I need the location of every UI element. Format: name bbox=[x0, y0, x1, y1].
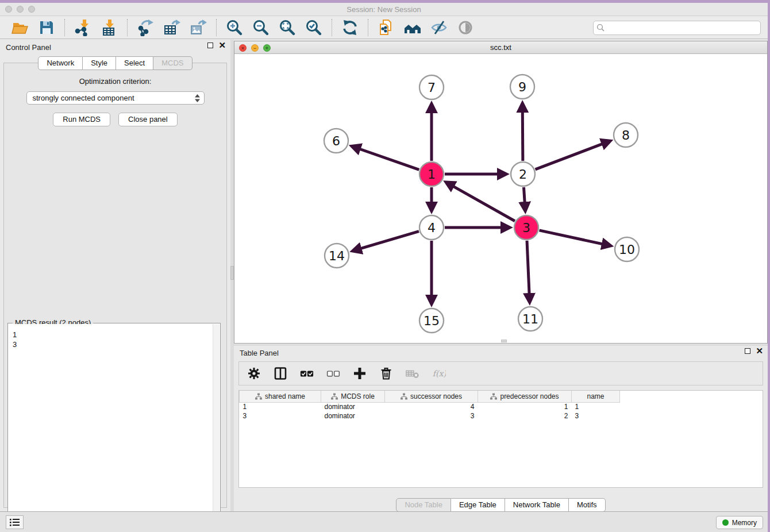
control-panel-title: Control Panel bbox=[6, 43, 51, 52]
tab-mcds[interactable]: MCDS bbox=[153, 56, 192, 70]
tab-network-table[interactable]: Network Table bbox=[505, 498, 569, 512]
col-mcds-role[interactable]: MCDS role bbox=[321, 391, 385, 402]
table-panel: Table Panel ✕ f(x) bbox=[234, 345, 768, 511]
zoom-selected-button[interactable] bbox=[304, 18, 324, 37]
memory-button[interactable]: Memory bbox=[716, 516, 763, 529]
import-table-icon bbox=[101, 19, 118, 36]
graph-node-3[interactable]: 3 bbox=[514, 215, 538, 240]
col-shared-name[interactable]: shared name bbox=[240, 391, 321, 402]
select-all-rows-button[interactable] bbox=[300, 367, 314, 380]
graph-edge-2-3[interactable] bbox=[523, 187, 525, 202]
cell-shared-name[interactable]: 1 bbox=[240, 402, 321, 411]
cell-mcds-role[interactable]: dominator bbox=[321, 402, 385, 411]
home-button[interactable] bbox=[403, 18, 422, 37]
show-graphics-details-button[interactable] bbox=[456, 18, 475, 37]
hide-graphics-details-button[interactable] bbox=[429, 18, 449, 37]
col-successor-nodes[interactable]: successor nodes bbox=[385, 391, 478, 402]
tab-style[interactable]: Style bbox=[83, 56, 116, 70]
float-table-panel-icon[interactable] bbox=[745, 348, 750, 354]
graph-edge-3-11[interactable] bbox=[527, 241, 529, 294]
import-network-button[interactable] bbox=[73, 18, 93, 37]
graph-node-11[interactable]: 11 bbox=[518, 307, 542, 331]
network-resize-handle[interactable] bbox=[501, 340, 507, 342]
search-input[interactable] bbox=[593, 21, 761, 35]
export-table-button[interactable] bbox=[162, 18, 182, 37]
delete-column-button[interactable] bbox=[379, 367, 393, 380]
optimization-criterion-label: Optimization criterion: bbox=[4, 77, 226, 86]
graph-node-4[interactable]: 4 bbox=[419, 215, 444, 240]
tab-edge-table[interactable]: Edge Table bbox=[451, 498, 505, 512]
cell-predecessor-nodes[interactable]: 2 bbox=[478, 411, 572, 421]
refresh-view-button[interactable] bbox=[340, 18, 360, 37]
save-session-button[interactable] bbox=[37, 18, 56, 37]
cell-successor-nodes[interactable]: 3 bbox=[385, 411, 478, 421]
cell-mcds-role[interactable]: dominator bbox=[321, 411, 385, 421]
toolbar-separator bbox=[368, 19, 368, 36]
export-network-button[interactable] bbox=[136, 18, 155, 37]
zoom-out-button[interactable] bbox=[251, 18, 271, 37]
deselect-all-rows-button[interactable] bbox=[326, 367, 340, 380]
close-table-panel-icon[interactable]: ✕ bbox=[756, 348, 763, 354]
graph-node-10[interactable]: 10 bbox=[615, 237, 639, 261]
network-window-titlebar[interactable]: × − + scc.txt bbox=[234, 41, 767, 54]
control-panel: Control Panel ✕ Network Style Select MCD… bbox=[0, 40, 230, 511]
mcds-panel-body: Optimization criterion: strongly connect… bbox=[3, 63, 227, 508]
mcds-result-text[interactable]: 1 3 bbox=[9, 324, 213, 532]
result-scrollbar[interactable] bbox=[213, 324, 220, 532]
tab-node-table[interactable]: Node Table bbox=[396, 498, 451, 512]
graph-node-9[interactable]: 9 bbox=[510, 75, 534, 99]
export-table-icon bbox=[163, 19, 180, 36]
graph-edge-2-9[interactable] bbox=[522, 112, 523, 161]
svg-text:10: 10 bbox=[619, 242, 635, 257]
cell-predecessor-nodes[interactable]: 1 bbox=[478, 402, 572, 411]
zoom-in-button[interactable] bbox=[225, 18, 244, 37]
graph-edge-3-1[interactable] bbox=[453, 187, 515, 221]
table-panel-header: Table Panel ✕ bbox=[234, 345, 768, 359]
mcds-result-box: MCDS result (2 nodes) 1 3 bbox=[7, 323, 221, 532]
network-canvas[interactable]: 7968124314101511 bbox=[234, 54, 767, 343]
cell-name[interactable]: 1 bbox=[572, 402, 620, 411]
clone-network-button[interactable] bbox=[376, 18, 396, 37]
graph-node-6[interactable]: 6 bbox=[324, 129, 348, 153]
export-image-button[interactable] bbox=[188, 18, 208, 37]
table-toolbar: f(x) bbox=[238, 361, 763, 385]
zoom-fit-button[interactable] bbox=[278, 18, 297, 37]
graph-node-15[interactable]: 15 bbox=[419, 309, 444, 333]
toolbar-separator bbox=[216, 19, 217, 36]
col-predecessor-nodes[interactable]: predecessor nodes bbox=[478, 391, 572, 402]
run-mcds-button[interactable]: Run MCDS bbox=[53, 113, 110, 126]
graph-node-2[interactable]: 2 bbox=[511, 162, 535, 186]
open-session-button[interactable] bbox=[10, 18, 30, 37]
col-name[interactable]: name bbox=[572, 391, 620, 402]
graph-edge-4-14[interactable] bbox=[361, 232, 419, 249]
cell-name[interactable]: 3 bbox=[572, 411, 620, 421]
tab-network[interactable]: Network bbox=[38, 56, 83, 70]
network-window-title: scc.txt bbox=[234, 43, 767, 52]
add-column-button[interactable] bbox=[353, 367, 367, 380]
task-history-button[interactable] bbox=[6, 515, 24, 529]
close-panel-icon[interactable]: ✕ bbox=[218, 43, 226, 48]
toolbar-separator bbox=[64, 19, 65, 36]
tab-motifs[interactable]: Motifs bbox=[569, 498, 606, 512]
table-row[interactable]: 1 dominator 4 1 1 bbox=[240, 402, 620, 411]
cell-shared-name[interactable]: 3 bbox=[240, 411, 321, 421]
close-panel-button[interactable]: Close panel bbox=[118, 113, 178, 126]
criterion-select[interactable]: strongly connected component bbox=[26, 91, 205, 105]
graph-edge-1-6[interactable] bbox=[360, 149, 419, 170]
refresh-icon bbox=[341, 19, 359, 36]
graph-node-8[interactable]: 8 bbox=[614, 123, 638, 147]
graph-node-1[interactable]: 1 bbox=[419, 162, 444, 186]
graph-node-14[interactable]: 14 bbox=[325, 244, 349, 268]
table-settings-button[interactable] bbox=[247, 367, 261, 380]
memory-status-icon bbox=[722, 519, 729, 526]
toggle-columns-button[interactable] bbox=[274, 367, 287, 380]
cell-successor-nodes[interactable]: 4 bbox=[385, 402, 478, 411]
graph-node-7[interactable]: 7 bbox=[419, 75, 444, 99]
tab-select[interactable]: Select bbox=[116, 56, 153, 70]
import-table-button[interactable] bbox=[99, 18, 119, 37]
float-panel-icon[interactable] bbox=[207, 43, 213, 48]
eye-slash-icon bbox=[430, 19, 448, 36]
table-row[interactable]: 3 dominator 3 2 3 bbox=[240, 411, 620, 421]
graph-edge-2-8[interactable] bbox=[536, 144, 602, 169]
graph-edge-3-10[interactable] bbox=[539, 230, 602, 244]
